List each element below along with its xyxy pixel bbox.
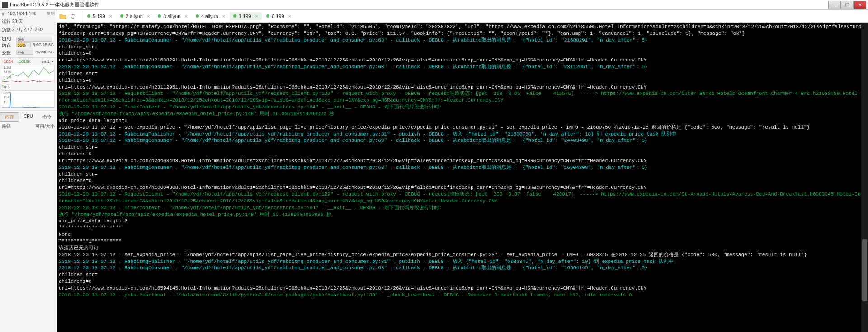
stat-label: CPU <box>2 37 14 42</box>
log-line: childrens=0 <box>59 178 866 184</box>
log-line: 2018-12-20 13:07:12 - RabbitmqPublisher … <box>59 258 866 265</box>
col-size: 可用/大小 <box>35 123 55 130</box>
stat-bar: 0% <box>16 37 52 42</box>
sidebar-tab-CPU[interactable]: CPU <box>19 112 38 122</box>
log-line: url=https://www.expedia-cn.com/h21688291… <box>59 57 866 64</box>
log-line: children_str= <box>59 44 866 51</box>
sidebar-tab-命令[interactable]: 命令 <box>38 112 57 122</box>
log-line: **********1********** <box>59 238 866 245</box>
log-line: 2018-12-20 13:07:12 - RabbitmqConsumer -… <box>59 37 866 44</box>
log-line: 2018-12-20 13:07:12 - TimerContext - "/h… <box>59 104 866 111</box>
session-tab[interactable]: 1 199× <box>230 12 262 20</box>
stat-label: 内存 <box>2 42 14 49</box>
log-line: childrens=0 <box>59 77 866 84</box>
latency-label: 1ms <box>2 84 9 89</box>
log-line: 该酒店已无房可订 <box>59 245 866 252</box>
window-titlebar: FinalShell 2.9.5.2 一体化服务器管理软件 — ❐ ✕ <box>0 0 868 10</box>
uptime-text: 运行 23 天 <box>2 19 23 25</box>
status-dot-icon <box>196 14 199 18</box>
status-dot-icon <box>233 14 236 18</box>
log-line: 2018-12-20 13:07:12 - set_expedia_price … <box>59 252 866 258</box>
log-line: childrens=0 <box>59 151 866 158</box>
log-line: url=https://www.expedia-cn.com/h24403498… <box>59 158 866 164</box>
tab-label: 1 199 <box>239 14 251 19</box>
session-tab[interactable]: 4 aliyun× <box>192 12 229 20</box>
net-graph: 1.1M747K373K <box>2 65 55 83</box>
scrollbar-thumb[interactable] <box>862 239 867 301</box>
log-line: children_str= <box>59 171 866 178</box>
log-line: url=https://www.expedia-cn.com/h16594145… <box>59 285 866 292</box>
status-dot-icon <box>158 14 161 18</box>
tab-close-icon[interactable]: × <box>222 14 225 19</box>
log-line: 执行 "/home/ydf/hotelf/app/apis/expedia/ex… <box>59 111 866 117</box>
net-down: ↓1016K <box>17 59 31 64</box>
net-iface[interactable]: em1 ⏷ <box>42 59 55 64</box>
scrollbar-track[interactable] <box>861 23 868 332</box>
sidebar-tab-内存[interactable]: 内存 <box>0 112 19 122</box>
log-line: 2018-12-20 13:07:12 - RabbitmqConsumer -… <box>59 265 866 271</box>
log-line: 2018-12-20 13:07:12 - RabbitmqConsumer -… <box>59 64 866 70</box>
folder-icon[interactable] <box>59 13 67 19</box>
session-tab[interactable]: 2 aliyun× <box>117 12 153 20</box>
sync-icon[interactable] <box>70 13 76 19</box>
stat-right: 8.6G/15.6G <box>33 42 55 49</box>
log-line: **********1********** <box>59 224 866 231</box>
log-line: min_price_data length=0 <box>59 117 866 124</box>
sidebar: IP 192.168.1.199 复制 运行 23 天 负载 2.71, 2.7… <box>0 10 57 332</box>
terminal-output[interactable]: ia", "fromLogo": "https://m.matafy.com/h… <box>57 23 868 332</box>
latency-graph: 228511431 <box>2 90 55 108</box>
log-line: childrens=0 <box>59 50 866 57</box>
tab-close-icon[interactable]: × <box>255 14 258 19</box>
stat-label: 交换 <box>2 50 14 56</box>
log-line: 2018-12-20 13:07:12 - pika.heartbeat - "… <box>59 292 866 299</box>
maximize-button[interactable]: ❐ <box>841 1 854 9</box>
stat-right: 708M/16G <box>35 50 55 56</box>
log-line: url=https://www.expedia-cn.com/h23112951… <box>59 84 866 91</box>
session-tab[interactable]: 3 aliyun× <box>154 12 191 20</box>
log-line: 2018-12-20 13:07:12 - RabbitmqConsumer -… <box>59 137 866 144</box>
ip-value: 192.168.1.199 <box>8 11 37 16</box>
log-line: None <box>59 231 866 238</box>
log-line: childrens=0 <box>59 278 866 285</box>
window-title: FinalShell 2.9.5.2 一体化服务器管理软件 <box>10 1 99 8</box>
tab-label: 6 199 <box>272 14 284 19</box>
log-line: min_price_data length=3 <box>59 218 866 224</box>
tab-close-icon[interactable]: × <box>288 14 291 19</box>
tab-close-icon[interactable]: × <box>109 14 112 19</box>
stat-bar: 4% <box>16 50 33 55</box>
log-line: 2018-12-20 13:07:12 - set_expedia_price … <box>59 124 866 131</box>
app-icon <box>2 2 8 8</box>
tab-close-icon[interactable]: × <box>184 14 187 19</box>
session-tab[interactable]: 6 199× <box>263 12 295 20</box>
copy-button[interactable]: 复制 <box>47 11 55 17</box>
tab-label: 4 aliyun <box>201 14 218 19</box>
tab-close-icon[interactable]: × <box>147 14 150 19</box>
log-line: url=https://www.expedia-cn.com/h16604308… <box>59 184 866 191</box>
log-line: 2018-12-20 13:07:12 - RabbitmqPublisher … <box>59 131 866 138</box>
toolbar: 5 199×2 aliyun×3 aliyun×4 aliyun×1 199×6… <box>57 10 868 23</box>
load-text: 负载 2.71, 2.77, 2.82 <box>2 27 43 33</box>
tab-label: 3 aliyun <box>163 14 180 19</box>
session-tab[interactable]: 5 199× <box>84 12 116 20</box>
close-button[interactable]: ✕ <box>854 1 866 9</box>
minimize-button[interactable]: — <box>828 1 841 9</box>
ip-label: IP <box>2 12 6 16</box>
log-line: 2018-12-20 13:07:12 - RequestClient - "/… <box>59 191 866 205</box>
log-line: children_str= <box>59 271 866 278</box>
status-dot-icon <box>120 14 123 18</box>
stat-right <box>54 37 55 42</box>
log-line: children_str= <box>59 144 866 151</box>
net-up: ↑105K <box>2 59 14 64</box>
log-line: ia", "fromLogo": "https://m.matafy.com/h… <box>59 23 866 37</box>
tab-label: 5 199 <box>93 14 105 19</box>
status-dot-icon <box>266 14 269 18</box>
tab-label: 2 aliyun <box>126 14 143 19</box>
log-line: 执行 "/home/ydf/hotelf/app/apis/expedia/ex… <box>59 211 866 218</box>
log-line: 2018-12-20 13:07:12 - RequestClient - "/… <box>59 90 866 104</box>
stat-bar: 55% <box>16 42 31 47</box>
log-line: 2018-12-20 13:07:12 - RabbitmqConsumer -… <box>59 164 866 171</box>
col-path: 路径 <box>2 123 35 130</box>
log-line: children_str= <box>59 70 866 77</box>
log-line: 2018-12-20 13:07:12 - TimerContext - "/h… <box>59 205 866 211</box>
status-dot-icon <box>87 14 90 18</box>
